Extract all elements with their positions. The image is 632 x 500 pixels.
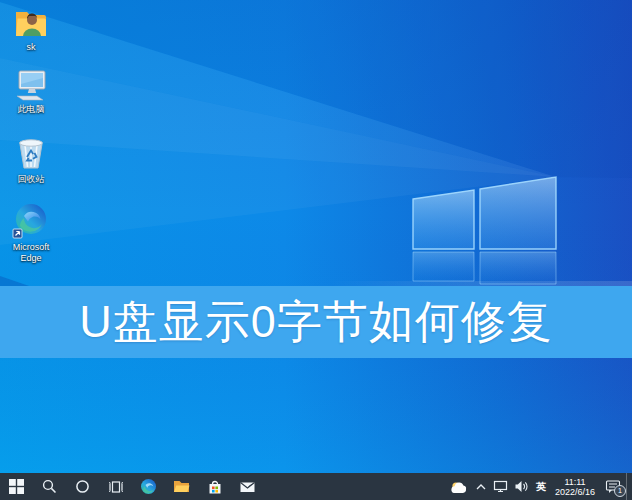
clock-time: 11:11 [564,477,585,487]
weather-tray-button[interactable] [446,473,472,500]
search-button[interactable] [33,473,66,500]
store-bag-icon [207,479,223,495]
start-button[interactable] [0,473,33,500]
taskbar: 英 11:11 2022/6/16 1 [0,473,632,500]
taskbar-button-group [0,473,264,500]
desktop-icon-label: 回收站 [18,174,45,185]
desktop-icon-label: Microsoft Edge [2,242,60,264]
wallpaper-hero-image [0,0,632,473]
action-center-button[interactable]: 1 [600,473,626,500]
system-tray: 英 11:11 2022/6/16 1 [446,473,632,500]
file-explorer-button[interactable] [165,473,198,500]
speaker-icon [514,480,529,493]
cortana-circle-icon [75,479,90,494]
banner-title-text: U盘显示0字节如何修复 [79,292,553,352]
desktop-icon-user-folder[interactable]: sk [0,6,62,53]
search-icon [42,479,57,494]
store-button[interactable] [198,473,231,500]
clock[interactable]: 11:11 2022/6/16 [550,477,600,497]
chevron-up-icon [475,482,487,492]
edge-taskbar-button[interactable] [132,473,165,500]
desktop-icon-this-pc[interactable]: 此电脑 [0,70,62,115]
desktop-icon-recycle-bin[interactable]: 回收站 [0,136,62,185]
partly-cloudy-icon [449,480,469,494]
windows-logo-icon [9,479,24,494]
show-desktop-button[interactable] [626,473,632,500]
cortana-button[interactable] [66,473,99,500]
network-tray-button[interactable] [490,473,511,500]
windows-desktop: sk 此电脑 回收站 [0,0,632,500]
task-view-icon [108,480,124,494]
desktop-icon-label: sk [27,42,36,53]
folder-icon [173,479,190,494]
tray-overflow-button[interactable] [472,473,490,500]
input-method-indicator[interactable]: 英 [532,473,550,500]
edge-swirl-icon [140,478,157,495]
user-folder-icon [13,6,49,40]
mail-envelope-icon [239,480,256,494]
desktop-icon-label: 此电脑 [18,104,45,115]
mail-button[interactable] [231,473,264,500]
notification-count-badge: 1 [614,485,626,497]
clock-date: 2022/6/16 [555,487,595,497]
desktop-icon-microsoft-edge[interactable]: Microsoft Edge [0,202,62,264]
network-icon [493,480,508,493]
edge-icon [12,202,50,240]
volume-tray-button[interactable] [511,473,532,500]
task-view-button[interactable] [99,473,132,500]
title-banner: U盘显示0字节如何修复 [0,286,632,358]
this-pc-icon [12,70,50,102]
recycle-bin-icon [14,136,48,172]
